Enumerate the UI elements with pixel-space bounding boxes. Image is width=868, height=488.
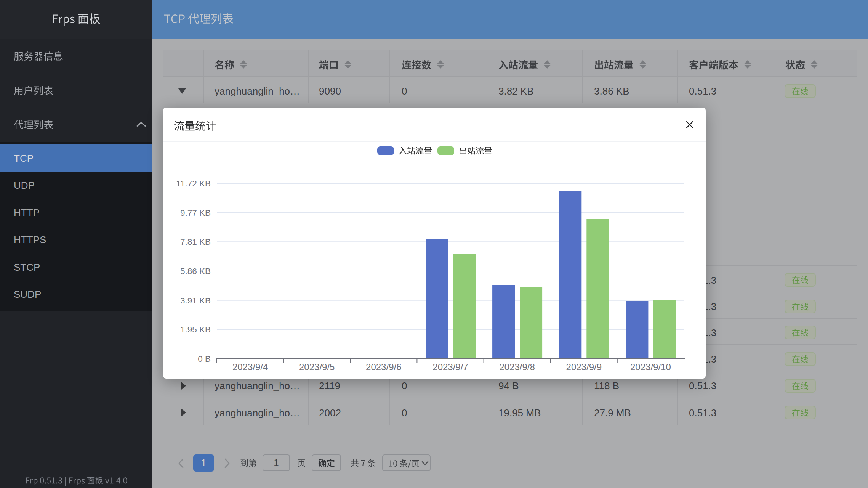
svg-text:2023/9/7: 2023/9/7 [432,362,468,372]
svg-text:2023/9/5: 2023/9/5 [299,362,335,372]
svg-text:2023/9/10: 2023/9/10 [630,362,671,372]
svg-text:2023/9/8: 2023/9/8 [499,362,535,372]
svg-text:3.91 KB: 3.91 KB [180,296,211,305]
svg-text:0 B: 0 B [198,354,211,364]
svg-text:7.81 KB: 7.81 KB [180,237,211,247]
svg-text:2023/9/9: 2023/9/9 [566,362,602,372]
svg-text:2023/9/4: 2023/9/4 [232,362,268,372]
svg-text:1.95 KB: 1.95 KB [180,325,211,334]
svg-text:2023/9/6: 2023/9/6 [366,362,401,372]
svg-text:5.86 KB: 5.86 KB [180,266,211,276]
svg-text:11.72 KB: 11.72 KB [176,179,211,188]
svg-text:9.77 KB: 9.77 KB [180,208,211,218]
